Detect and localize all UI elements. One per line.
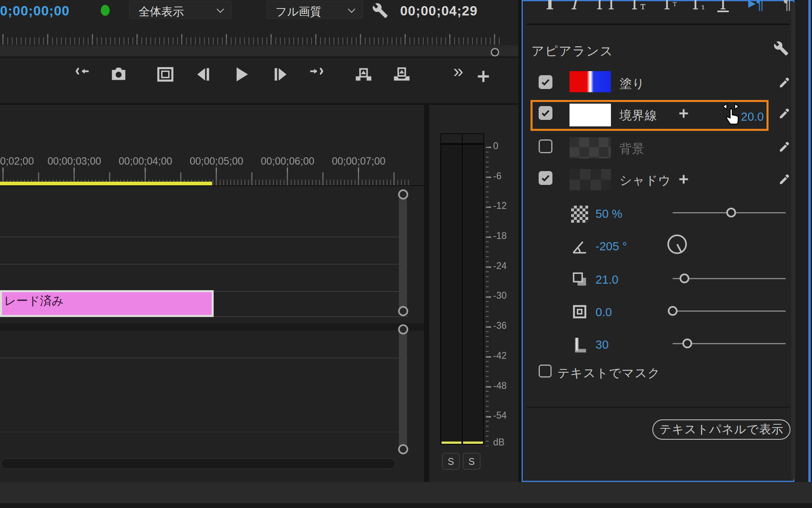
track-divider bbox=[0, 237, 408, 237]
section-divider bbox=[526, 407, 790, 408]
add-shadow-plus-icon[interactable] bbox=[678, 173, 690, 185]
angle-icon bbox=[571, 238, 588, 255]
solo-right-button[interactable]: S bbox=[463, 453, 481, 470]
fill-eyedropper-icon[interactable] bbox=[777, 75, 792, 89]
opacity-checker-icon bbox=[571, 206, 588, 223]
pilcrow-glyph: ¶ bbox=[783, 0, 791, 12]
solo-left-button[interactable]: S bbox=[442, 453, 460, 470]
meter-header-divider bbox=[462, 133, 463, 144]
superscript-sub-glyph: ᵀ bbox=[673, 0, 677, 12]
meter-level-left bbox=[442, 441, 461, 444]
play-button[interactable] bbox=[232, 65, 251, 84]
playback-quality-value: フル画質 bbox=[275, 4, 321, 20]
ruler-label: 0;02;00 bbox=[0, 155, 41, 167]
meter-channel-divider bbox=[462, 144, 463, 445]
shadow-color-swatch[interactable] bbox=[569, 169, 611, 190]
size-slider-track[interactable] bbox=[673, 310, 786, 312]
text-direction-horizontal-button[interactable]: ▶¶ bbox=[748, 0, 764, 13]
scrollbar-handle[interactable] bbox=[398, 306, 408, 316]
scrollbar-handle[interactable] bbox=[398, 189, 408, 200]
program-monitor-panel: 0;00;00;00 全体表示 フル画質 00;00;04;29 bbox=[0, 0, 518, 103]
go-to-out-button[interactable] bbox=[308, 65, 327, 84]
small-caps-button[interactable]: Tᴛ bbox=[629, 0, 645, 13]
db-unit-label: dB bbox=[493, 437, 518, 448]
ruler-base-line bbox=[0, 185, 424, 186]
opacity-slider-handle[interactable] bbox=[726, 208, 736, 217]
premiere-pro-workspace: 0;00;00;00 全体表示 フル画質 00;00;04;29 bbox=[0, 0, 812, 508]
go-to-in-button[interactable] bbox=[72, 65, 91, 84]
zoom-level-value: 全体表示 bbox=[139, 4, 184, 20]
stroke-color-swatch[interactable] bbox=[569, 104, 611, 126]
monitor-scrub-bar[interactable] bbox=[0, 46, 518, 58]
distance-slider-track[interactable] bbox=[673, 278, 786, 279]
step-forward-button[interactable] bbox=[271, 65, 289, 84]
all-caps-button[interactable]: TT bbox=[594, 0, 617, 13]
shadow-enabled-checkbox[interactable] bbox=[539, 171, 552, 185]
stroke-eyedropper-icon[interactable] bbox=[777, 106, 792, 120]
timeline-clip-graded[interactable]: レード済み bbox=[0, 290, 214, 317]
db-scale-label: -48 bbox=[493, 380, 518, 391]
scrollbar-handle[interactable] bbox=[398, 444, 408, 454]
db-scale-label: -36 bbox=[493, 320, 518, 331]
playback-quality-select[interactable]: フル画質 bbox=[266, 1, 363, 19]
db-scale-label: -24 bbox=[493, 261, 518, 271]
appearance-settings-wrench-icon[interactable] bbox=[773, 41, 789, 56]
video-tracks-scrollbar[interactable] bbox=[399, 189, 407, 316]
db-scale-label: 0 bbox=[493, 141, 518, 152]
stroke-enabled-checkbox[interactable] bbox=[539, 106, 552, 120]
show-in-text-panel-button[interactable]: テキストパネルで表示 bbox=[652, 419, 790, 440]
mask-with-text-checkbox[interactable] bbox=[539, 365, 552, 378]
db-scale-label: -30 bbox=[493, 290, 518, 301]
chevron-down-icon bbox=[217, 5, 224, 13]
background-eyedropper-icon[interactable] bbox=[777, 139, 792, 154]
drop-frame-indicator-icon bbox=[101, 5, 110, 16]
size-slider-handle[interactable] bbox=[668, 306, 678, 316]
monitor-ruler-minor-ticks[interactable] bbox=[0, 37, 500, 45]
section-divider bbox=[526, 24, 790, 25]
monitor-playhead-handle[interactable] bbox=[491, 48, 499, 56]
faux-bold-button[interactable]: T bbox=[543, 0, 556, 13]
shadow-angle-value[interactable]: -205 ° bbox=[595, 240, 627, 253]
scrollbar-handle[interactable] bbox=[398, 324, 408, 334]
blur-icon bbox=[571, 336, 588, 353]
audio-tracks-scrollbar[interactable] bbox=[399, 324, 407, 454]
ruler-label: 00;00;07;00 bbox=[323, 155, 394, 167]
add-stroke-plus-icon[interactable] bbox=[678, 107, 690, 119]
text-direction-vertical-button[interactable]: ¶ bbox=[783, 0, 791, 13]
superscript-button[interactable]: Tᵀ bbox=[661, 0, 677, 13]
size-icon bbox=[571, 303, 588, 320]
app-bottom-strip bbox=[0, 482, 812, 503]
zoom-level-select[interactable]: 全体表示 bbox=[129, 1, 232, 19]
settings-wrench-icon[interactable] bbox=[372, 2, 388, 19]
db-scale-label: -6 bbox=[493, 171, 518, 182]
video-audio-divider[interactable] bbox=[0, 323, 424, 331]
background-enabled-checkbox[interactable] bbox=[539, 139, 552, 153]
background-color-swatch[interactable] bbox=[569, 137, 611, 158]
direction-pilcrow-glyph: ¶ bbox=[756, 0, 764, 12]
angle-dial[interactable] bbox=[666, 233, 688, 255]
lift-button[interactable] bbox=[354, 65, 373, 84]
fill-enabled-checkbox[interactable] bbox=[539, 75, 552, 89]
shadow-distance-value[interactable]: 21.0 bbox=[595, 273, 618, 287]
position-timecode[interactable]: 0;00;00;00 bbox=[0, 3, 69, 19]
db-scale-label: -12 bbox=[493, 200, 518, 211]
safe-margins-button[interactable] bbox=[156, 65, 175, 84]
export-frame-camera-icon[interactable] bbox=[110, 65, 128, 84]
fill-color-swatch[interactable] bbox=[569, 71, 611, 92]
shadow-blur-value[interactable]: 30 bbox=[595, 338, 608, 352]
subscript-button[interactable]: T₁ bbox=[690, 0, 705, 13]
underline-button[interactable]: T bbox=[717, 0, 729, 13]
horizontal-scrollbar[interactable] bbox=[1, 458, 396, 469]
more-options-chevrons-icon[interactable]: » bbox=[453, 61, 463, 81]
track-divider bbox=[0, 264, 408, 265]
shadow-eyedropper-icon[interactable] bbox=[777, 172, 792, 186]
step-back-button[interactable] bbox=[195, 65, 213, 84]
blur-slider-handle[interactable] bbox=[682, 339, 692, 348]
distance-slider-handle[interactable] bbox=[680, 274, 689, 283]
work-area-bar[interactable] bbox=[0, 182, 212, 185]
adjacent-panel-focus-border bbox=[808, 0, 811, 482]
shadow-size-value[interactable]: 0.0 bbox=[595, 306, 612, 319]
button-editor-plus-icon[interactable] bbox=[475, 68, 492, 85]
extract-button[interactable] bbox=[392, 65, 411, 84]
shadow-opacity-value[interactable]: 50 % bbox=[595, 207, 622, 221]
